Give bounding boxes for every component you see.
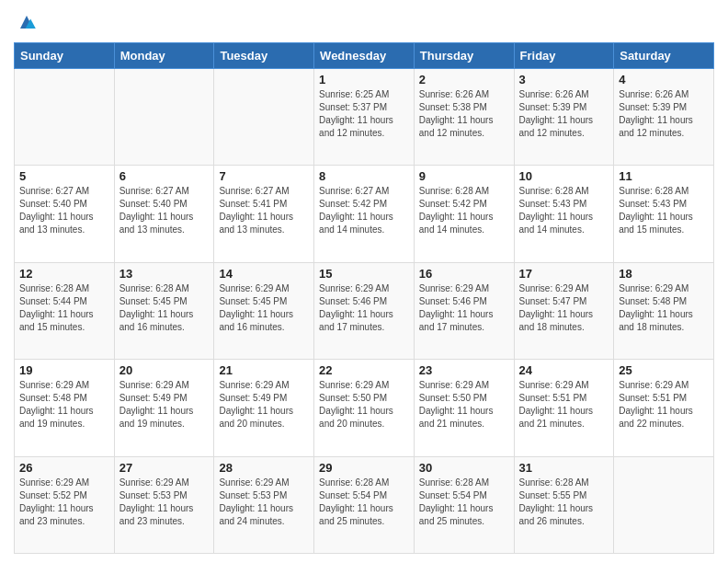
weekday-header-friday: Friday [514,43,614,69]
day-info: Sunrise: 6:27 AMSunset: 5:41 PMDaylight:… [219,185,309,236]
day-number: 18 [619,267,709,281]
day-number: 30 [419,461,509,475]
day-number: 17 [519,267,609,281]
day-info: Sunrise: 6:29 AMSunset: 5:53 PMDaylight:… [219,477,309,528]
weekday-header-saturday: Saturday [614,43,714,69]
weekday-header-tuesday: Tuesday [214,43,314,69]
calendar-cell: 24Sunrise: 6:29 AMSunset: 5:51 PMDayligh… [514,360,614,456]
day-info: Sunrise: 6:29 AMSunset: 5:53 PMDaylight:… [119,477,210,528]
day-info: Sunrise: 6:26 AMSunset: 5:38 PMDaylight:… [419,88,509,140]
calendar-cell: 17Sunrise: 6:29 AMSunset: 5:47 PMDayligh… [514,262,614,359]
day-number: 4 [619,73,709,86]
day-number: 16 [419,267,509,281]
day-number: 2 [419,73,509,86]
calendar-cell: 16Sunrise: 6:29 AMSunset: 5:46 PMDayligh… [414,262,514,359]
calendar-cell: 6Sunrise: 6:27 AMSunset: 5:40 PMDaylight… [114,166,214,262]
calendar-cell: 23Sunrise: 6:29 AMSunset: 5:50 PMDayligh… [414,360,514,456]
calendar-cell: 26Sunrise: 6:29 AMSunset: 5:52 PMDayligh… [15,456,115,553]
calendar-cell: 9Sunrise: 6:28 AMSunset: 5:42 PMDaylight… [414,166,514,262]
calendar-cell: 21Sunrise: 6:29 AMSunset: 5:49 PMDayligh… [214,360,314,456]
calendar-cell: 15Sunrise: 6:29 AMSunset: 5:46 PMDayligh… [314,262,415,359]
calendar-cell: 14Sunrise: 6:29 AMSunset: 5:45 PMDayligh… [214,262,314,359]
day-number: 1 [319,73,409,86]
calendar-cell [15,69,115,166]
day-info: Sunrise: 6:28 AMSunset: 5:45 PMDaylight:… [119,282,210,334]
day-number: 28 [219,461,309,475]
calendar-cell [114,69,214,166]
day-info: Sunrise: 6:29 AMSunset: 5:47 PMDaylight:… [519,282,609,334]
calendar-cell: 12Sunrise: 6:28 AMSunset: 5:44 PMDayligh… [15,262,115,359]
calendar-cell: 29Sunrise: 6:28 AMSunset: 5:54 PMDayligh… [314,456,415,553]
day-number: 8 [319,169,409,183]
day-info: Sunrise: 6:28 AMSunset: 5:54 PMDaylight:… [319,477,409,528]
day-info: Sunrise: 6:29 AMSunset: 5:45 PMDaylight:… [219,282,309,334]
day-info: Sunrise: 6:28 AMSunset: 5:44 PMDaylight:… [19,282,109,334]
weekday-row: SundayMondayTuesdayWednesdayThursdayFrid… [15,43,714,69]
calendar-cell: 31Sunrise: 6:28 AMSunset: 5:55 PMDayligh… [514,456,614,553]
weekday-header-wednesday: Wednesday [314,43,415,69]
day-number: 27 [119,461,210,475]
day-number: 26 [19,461,109,475]
calendar-cell [614,456,714,553]
day-number: 11 [619,169,709,183]
day-info: Sunrise: 6:26 AMSunset: 5:39 PMDaylight:… [519,88,609,140]
weekday-header-sunday: Sunday [15,43,115,69]
calendar-cell: 18Sunrise: 6:29 AMSunset: 5:48 PMDayligh… [614,262,714,359]
calendar-cell: 25Sunrise: 6:29 AMSunset: 5:51 PMDayligh… [614,360,714,456]
day-info: Sunrise: 6:29 AMSunset: 5:46 PMDaylight:… [319,282,409,334]
calendar-cell: 3Sunrise: 6:26 AMSunset: 5:39 PMDaylight… [514,69,614,166]
day-number: 25 [619,363,709,377]
calendar-week-3: 19Sunrise: 6:29 AMSunset: 5:48 PMDayligh… [15,360,714,456]
day-info: Sunrise: 6:29 AMSunset: 5:49 PMDaylight:… [119,379,210,431]
calendar-cell: 13Sunrise: 6:28 AMSunset: 5:45 PMDayligh… [114,262,214,359]
day-number: 9 [419,169,509,183]
day-number: 29 [319,461,409,475]
day-info: Sunrise: 6:29 AMSunset: 5:50 PMDaylight:… [319,379,409,431]
calendar-cell: 2Sunrise: 6:26 AMSunset: 5:38 PMDaylight… [414,69,514,166]
day-info: Sunrise: 6:29 AMSunset: 5:51 PMDaylight:… [619,379,709,431]
day-info: Sunrise: 6:29 AMSunset: 5:46 PMDaylight:… [419,282,509,334]
calendar-week-2: 12Sunrise: 6:28 AMSunset: 5:44 PMDayligh… [15,262,714,359]
calendar-cell: 30Sunrise: 6:28 AMSunset: 5:54 PMDayligh… [414,456,514,553]
day-number: 10 [519,169,609,183]
day-info: Sunrise: 6:29 AMSunset: 5:50 PMDaylight:… [419,379,509,431]
calendar-cell [214,69,314,166]
day-number: 23 [419,363,509,377]
day-info: Sunrise: 6:28 AMSunset: 5:42 PMDaylight:… [419,185,509,236]
day-number: 12 [19,267,109,281]
day-number: 13 [119,267,210,281]
day-number: 31 [519,461,609,475]
logo-icon [14,9,40,35]
day-number: 5 [19,169,109,183]
day-info: Sunrise: 6:27 AMSunset: 5:42 PMDaylight:… [319,185,409,236]
header [14,9,714,35]
day-info: Sunrise: 6:27 AMSunset: 5:40 PMDaylight:… [119,185,210,236]
page: SundayMondayTuesdayWednesdayThursdayFrid… [0,0,728,563]
calendar-body: 1Sunrise: 6:25 AMSunset: 5:37 PMDaylight… [15,69,714,554]
day-info: Sunrise: 6:27 AMSunset: 5:40 PMDaylight:… [19,185,109,236]
day-number: 21 [219,363,309,377]
calendar-cell: 4Sunrise: 6:26 AMSunset: 5:39 PMDaylight… [614,69,714,166]
logo [14,9,43,35]
day-info: Sunrise: 6:28 AMSunset: 5:43 PMDaylight:… [619,185,709,236]
calendar-cell: 20Sunrise: 6:29 AMSunset: 5:49 PMDayligh… [114,360,214,456]
calendar-week-1: 5Sunrise: 6:27 AMSunset: 5:40 PMDaylight… [15,166,714,262]
calendar-header: SundayMondayTuesdayWednesdayThursdayFrid… [15,43,714,69]
calendar-cell: 19Sunrise: 6:29 AMSunset: 5:48 PMDayligh… [15,360,115,456]
day-number: 22 [319,363,409,377]
calendar-cell: 11Sunrise: 6:28 AMSunset: 5:43 PMDayligh… [614,166,714,262]
day-number: 3 [519,73,609,86]
day-info: Sunrise: 6:28 AMSunset: 5:55 PMDaylight:… [519,477,609,528]
day-info: Sunrise: 6:29 AMSunset: 5:52 PMDaylight:… [19,477,109,528]
day-number: 24 [519,363,609,377]
calendar-cell: 5Sunrise: 6:27 AMSunset: 5:40 PMDaylight… [15,166,115,262]
calendar-week-0: 1Sunrise: 6:25 AMSunset: 5:37 PMDaylight… [15,69,714,166]
calendar-table: SundayMondayTuesdayWednesdayThursdayFrid… [14,42,714,554]
calendar-cell: 22Sunrise: 6:29 AMSunset: 5:50 PMDayligh… [314,360,415,456]
calendar-cell: 27Sunrise: 6:29 AMSunset: 5:53 PMDayligh… [114,456,214,553]
calendar-week-4: 26Sunrise: 6:29 AMSunset: 5:52 PMDayligh… [15,456,714,553]
day-info: Sunrise: 6:28 AMSunset: 5:43 PMDaylight:… [519,185,609,236]
day-number: 7 [219,169,309,183]
day-number: 15 [319,267,409,281]
day-info: Sunrise: 6:29 AMSunset: 5:51 PMDaylight:… [519,379,609,431]
